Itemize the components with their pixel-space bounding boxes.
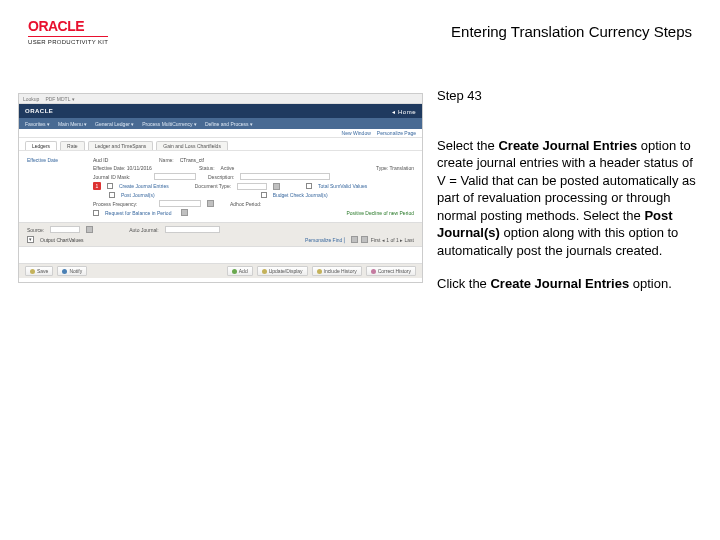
step-marker-icon: 1 bbox=[93, 182, 101, 190]
ss-menu-item: General Ledger ▾ bbox=[95, 121, 134, 127]
oracle-logo: ORACLE bbox=[28, 18, 84, 34]
ss-label: Document Type: bbox=[195, 183, 231, 189]
ss-browser-toolbar: Lookup PDF MDTL ▾ bbox=[19, 94, 422, 104]
ss-tab: Ledgers bbox=[25, 141, 57, 150]
lookup-icon bbox=[273, 183, 280, 190]
app-screenshot: Lookup PDF MDTL ▾ ORACLE ◂ Home Favorite… bbox=[18, 93, 423, 283]
ss-label: Aud ID bbox=[93, 157, 153, 163]
ss-value: Active bbox=[221, 165, 251, 171]
ss-link: Positive Decline of new Period bbox=[346, 210, 414, 216]
ss-crumb-item: Rate bbox=[49, 281, 60, 283]
ss-value: Effective Date: 10/11/2016 bbox=[93, 165, 193, 171]
ss-value: CTrans_ctf bbox=[180, 157, 240, 163]
ss-sub-link: New Window bbox=[342, 130, 371, 136]
ss-input bbox=[159, 200, 201, 207]
checkbox-icon bbox=[93, 210, 99, 216]
ss-label: Journal ID Mask: bbox=[93, 174, 148, 180]
ss-label: Name: bbox=[159, 157, 174, 163]
view-icon bbox=[351, 236, 358, 243]
page-title: Entering Translation Currency Steps bbox=[451, 23, 692, 40]
instruction-paragraph-1: Select the Create Journal Entries option… bbox=[437, 137, 702, 260]
ss-link: Request for Balance in Period bbox=[105, 210, 171, 216]
ss-oracle-logo: ORACLE bbox=[25, 108, 53, 114]
ss-label: Process Frequency: bbox=[93, 201, 153, 207]
ss-crumb-item: Ledger bbox=[25, 281, 41, 283]
checkbox-icon bbox=[109, 192, 115, 198]
ss-crumb-item: Gain and Loss Chartfields bbox=[129, 281, 187, 283]
ss-add-button: Add bbox=[227, 266, 253, 276]
lookup-icon bbox=[181, 209, 188, 216]
ss-tab: Rate bbox=[60, 141, 85, 150]
ss-input bbox=[154, 173, 196, 180]
ss-save-button: Save bbox=[25, 266, 53, 276]
ss-include-history-button: Include History bbox=[312, 266, 362, 276]
ss-gray-section: Source: Auto Journal: ▾ Output ChartValu… bbox=[19, 222, 422, 247]
ss-label: Description: bbox=[208, 174, 234, 180]
ss-menu-bar: Favorites ▾ Main Menu ▾ General Ledger ▾… bbox=[19, 118, 422, 129]
ss-tabs: Ledgers Rate Ledger and TimeSpans Gain a… bbox=[19, 138, 422, 151]
ss-sub-links: New Window Personalize Page bbox=[19, 129, 422, 138]
ss-link: Personalize Find ▏ bbox=[305, 237, 348, 243]
ss-input bbox=[50, 226, 80, 233]
ss-label: Source: bbox=[27, 227, 44, 233]
instruction-panel: Step 43 Select the Create Journal Entrie… bbox=[437, 93, 702, 309]
ss-label: Adhoc Period: bbox=[230, 201, 261, 207]
ss-label: Effective Date bbox=[27, 157, 87, 163]
step-number: Step 43 bbox=[437, 87, 702, 105]
ss-action-bar: Save Notify Add Update/Display Include H… bbox=[19, 263, 422, 278]
ss-link: Total SumValid Values bbox=[318, 183, 367, 189]
ss-correct-history-button: Correct History bbox=[366, 266, 416, 276]
ss-home-link: ◂ Home bbox=[392, 108, 416, 115]
ss-tab: Gain and Loss Chartfields bbox=[156, 141, 228, 150]
ss-input bbox=[237, 183, 267, 190]
collapse-icon: ▾ bbox=[27, 236, 34, 243]
ss-menu-item: Favorites ▾ bbox=[25, 121, 50, 127]
ss-menu-item: Define and Process ▾ bbox=[205, 121, 253, 127]
ss-menu-item: Main Menu ▾ bbox=[58, 121, 87, 127]
lookup-icon bbox=[86, 226, 93, 233]
checkbox-icon bbox=[261, 192, 267, 198]
ss-sub-link: Personalize Page bbox=[377, 130, 416, 136]
download-icon bbox=[361, 236, 368, 243]
instruction-paragraph-2: Click the Create Journal Entries option. bbox=[437, 275, 702, 293]
ss-oracle-bar: ORACLE ◂ Home bbox=[19, 104, 422, 118]
ss-notify-button: Notify bbox=[57, 266, 87, 276]
ss-update-button: Update/Display bbox=[257, 266, 308, 276]
ss-label: Auto Journal: bbox=[129, 227, 158, 233]
ss-crumb-item: Ledger and TimeSpans bbox=[69, 281, 121, 283]
ss-toolbar-item: PDF MDTL ▾ bbox=[45, 96, 74, 102]
ss-label: Status: bbox=[199, 165, 215, 171]
checkbox-icon bbox=[107, 183, 113, 189]
lookup-icon bbox=[207, 200, 214, 207]
ss-breadcrumb: Ledger| Rate| Ledger and TimeSpans| Gain… bbox=[19, 278, 422, 283]
checkbox-icon bbox=[306, 183, 312, 189]
ss-section-title: Output ChartValues bbox=[40, 237, 84, 243]
ss-create-journal-entries: Create Journal Entries bbox=[119, 183, 169, 189]
ss-toolbar-item: Lookup bbox=[23, 96, 39, 102]
kit-label: USER PRODUCTIVITY KIT bbox=[28, 36, 108, 45]
brand-block: ORACLE USER PRODUCTIVITY KIT bbox=[28, 18, 108, 45]
ss-select bbox=[165, 226, 220, 233]
ss-value: Type: Translation bbox=[376, 165, 414, 171]
ss-input bbox=[240, 173, 330, 180]
ss-post-journals: Post Journal(s) bbox=[121, 192, 155, 198]
ss-menu-item: Process MultiCurrency ▾ bbox=[142, 121, 197, 127]
ss-form: Effective Date Aud ID Name: CTrans_ctf E… bbox=[19, 151, 422, 222]
ss-link: Budget Check Journal(s) bbox=[273, 192, 328, 198]
ss-pager: First ◂ 1 of 1 ▸ Last bbox=[371, 237, 414, 243]
ss-tab: Ledger and TimeSpans bbox=[88, 141, 154, 150]
